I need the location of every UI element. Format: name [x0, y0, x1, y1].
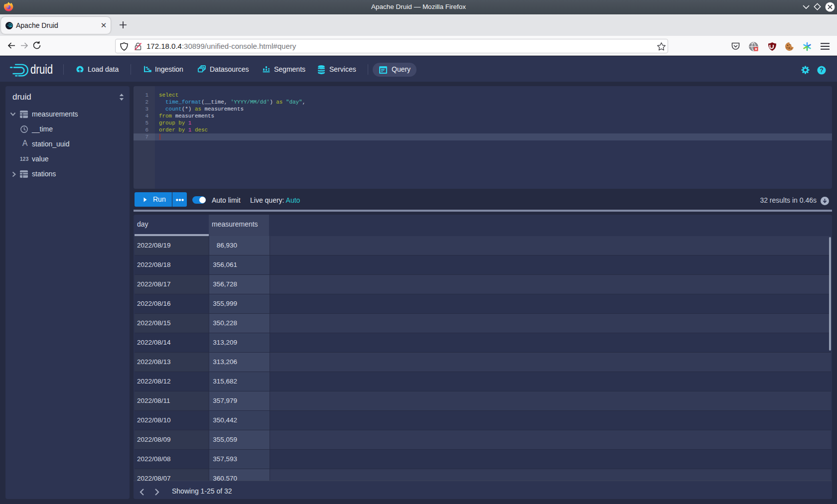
svg-text:?: ?	[820, 67, 824, 74]
